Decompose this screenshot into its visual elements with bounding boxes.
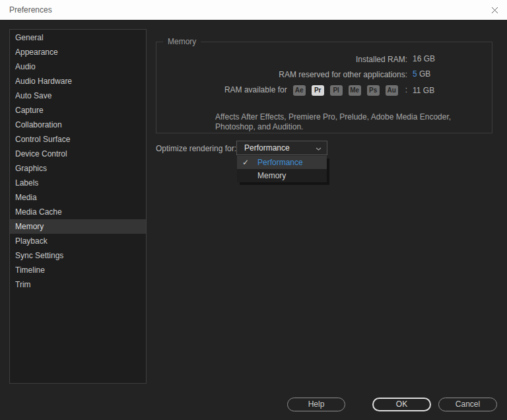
available-ram-label: RAM available for [224,85,287,94]
checkmark-icon: ✓ [242,158,249,167]
optimize-rendering-label: Optimize rendering for: [156,144,232,153]
installed-ram-label: Installed RAM: [156,55,407,64]
optimize-rendering-dropdown[interactable]: Performance [236,141,327,155]
sidebar-item-device-control[interactable]: Device Control [10,147,146,161]
ok-button[interactable]: OK [372,398,431,411]
sidebar-item-media[interactable]: Media [10,190,146,205]
menu-item-memory-label: Memory [257,171,286,180]
sidebar-item-audio-hardware[interactable]: Audio Hardware [10,74,146,88]
reserved-ram-row: RAM reserved for other applications: 5 G… [156,69,492,79]
sidebar-item-trim[interactable]: Trim [10,277,146,292]
affected-apps-note-line2: Photoshop, and Audition. [215,122,451,132]
affected-apps-note-line1: Affects After Effects, Premiere Pro, Pre… [215,112,451,122]
reserved-ram-value: 5 GB [413,69,430,79]
sidebar-item-timeline[interactable]: Timeline [10,263,146,277]
media-encoder-app-badge: Me [349,85,361,96]
available-ram-row: RAM available forAePrPlMePsAu: 11 GB [156,85,492,96]
prelude-app-badge: Pl [330,85,343,96]
menu-item-performance[interactable]: ✓ Performance [237,156,327,169]
sidebar-item-audio[interactable]: Audio [10,59,146,74]
available-ram-colon: : [405,85,407,94]
sidebar-item-general[interactable]: General [10,30,146,45]
help-button[interactable]: Help [287,398,345,411]
dropdown-selected-value: Performance [244,143,290,153]
sidebar-item-collaboration[interactable]: Collaboration [10,118,146,132]
dropdown-menu: ✓ Performance Memory [237,156,327,182]
sidebar-item-memory[interactable]: Memory [10,219,146,234]
title-bar: Preferences [0,0,507,20]
menu-item-performance-label: Performance [257,158,303,167]
menu-item-memory[interactable]: Memory [237,169,327,182]
sidebar-item-auto-save[interactable]: Auto Save [10,88,146,103]
close-button[interactable] [483,0,506,20]
sidebar-item-capture[interactable]: Capture [10,103,146,118]
close-icon [491,7,498,14]
window-title: Preferences [9,5,52,15]
premiere-pro-app-badge: Pr [312,85,324,96]
reserved-ram-unit: GB [417,69,431,79]
sidebar-item-sync-settings[interactable]: Sync Settings [10,248,146,263]
audition-app-badge: Au [386,85,398,96]
preferences-sidebar: General Appearance Audio Audio Hardware … [9,29,147,384]
cancel-button[interactable]: Cancel [438,398,497,411]
installed-ram-row: Installed RAM: 16 GB [156,54,492,64]
sidebar-item-media-cache[interactable]: Media Cache [10,205,146,219]
chevron-down-icon [316,147,321,151]
sidebar-item-labels[interactable]: Labels [10,176,146,190]
sidebar-item-appearance[interactable]: Appearance [10,45,146,59]
sidebar-item-control-surface[interactable]: Control Surface [10,132,146,147]
after-effects-app-badge: Ae [293,85,306,96]
sidebar-item-playback[interactable]: Playback [10,234,146,248]
sidebar-item-graphics[interactable]: Graphics [10,161,146,176]
memory-group-label: Memory [163,37,201,46]
memory-group-box: Memory Installed RAM: 16 GB RAM reserved… [156,42,492,133]
photoshop-app-badge: Ps [367,85,380,96]
reserved-ram-number[interactable]: 5 [413,69,417,79]
installed-ram-value: 16 GB [413,54,435,63]
affected-apps-note: Affects After Effects, Premiere Pro, Pre… [215,112,451,132]
available-ram-value: 11 GB [413,86,434,95]
reserved-ram-label: RAM reserved for other applications: [156,70,407,79]
